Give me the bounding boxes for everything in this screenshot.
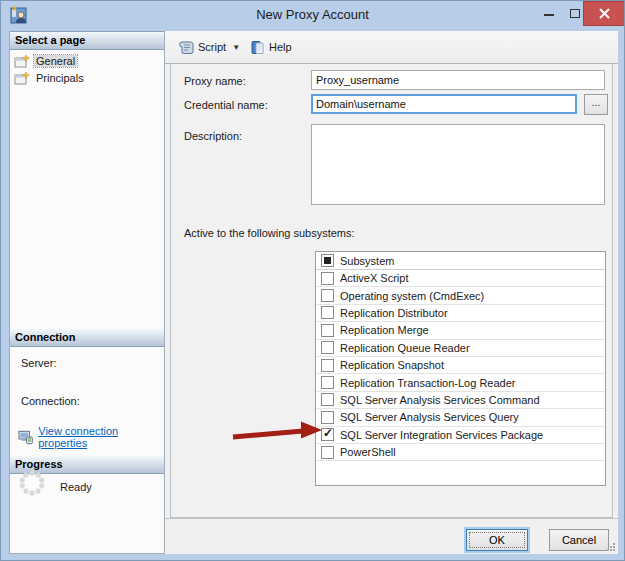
subsystem-label: SQL Server Analysis Services Query <box>340 411 519 423</box>
cancel-button[interactable]: Cancel <box>549 529 609 551</box>
page-icon <box>14 54 30 68</box>
subsystem-rows: ActiveX Script Operating system (CmdExec… <box>316 270 605 461</box>
subsystem-row[interactable]: Replication Distributor <box>316 305 605 322</box>
close-icon <box>599 8 610 19</box>
connection-label: Connection: <box>21 395 80 407</box>
subsystem-checkbox[interactable] <box>321 306 334 319</box>
subsystem-label: Replication Merge <box>340 324 429 336</box>
subsystem-label: Replication Transaction-Log Reader <box>340 377 516 389</box>
credential-name-input[interactable] <box>311 94 577 114</box>
subsystem-label: Replication Snapshot <box>340 359 444 371</box>
view-connection-properties-link[interactable]: View connection properties <box>38 425 164 449</box>
server-label: Server: <box>21 357 56 369</box>
subsystem-row[interactable]: PowerShell <box>316 444 605 461</box>
subsystem-row[interactable]: Replication Merge <box>316 322 605 339</box>
progress-spinner-icon <box>18 469 46 497</box>
script-button[interactable]: Script ▼ <box>173 37 245 58</box>
subsystem-checkbox[interactable] <box>321 376 334 389</box>
sidebar-item-label: General <box>34 55 77 67</box>
credential-browse-button[interactable]: ... <box>584 94 608 115</box>
close-button[interactable] <box>583 1 625 26</box>
subsystem-row[interactable]: SQL Server Analysis Services Query <box>316 409 605 426</box>
proxy-name-label: Proxy name: <box>184 75 246 87</box>
subsystem-label: Replication Queue Reader <box>340 342 470 354</box>
subsystem-table-header: Subsystem <box>316 252 605 270</box>
subsystem-row[interactable]: Replication Queue Reader <box>316 340 605 357</box>
minimize-button[interactable] <box>537 1 561 25</box>
subsystem-checkbox[interactable] <box>321 272 334 285</box>
titlebar[interactable]: New Proxy Account <box>1 1 624 31</box>
sidebar: Select a page General Principals Connect… <box>9 31 165 554</box>
help-button[interactable]: Help <box>245 37 297 58</box>
select-all-checkbox[interactable] <box>321 254 334 267</box>
toolbar: Script ▼ Help <box>165 31 618 64</box>
subsystem-checkbox[interactable] <box>321 359 334 372</box>
subsystem-label: ActiveX Script <box>340 272 408 284</box>
progress-status-row: Ready <box>18 469 92 497</box>
main-area: Script ▼ Help Proxy name: Credential nam… <box>165 31 618 554</box>
help-label: Help <box>269 41 292 53</box>
sidebar-item-general[interactable]: General <box>14 53 77 69</box>
subsystem-row[interactable]: ActiveX Script <box>316 270 605 287</box>
window-title: New Proxy Account <box>1 7 624 22</box>
general-page-panel: Proxy name: Credential name: ... Descrip… <box>170 64 613 518</box>
script-label: Script <box>198 41 226 53</box>
chevron-down-icon[interactable]: ▼ <box>232 43 240 52</box>
description-textarea[interactable] <box>311 124 605 205</box>
subsystem-checkbox[interactable] <box>321 289 334 302</box>
subsystem-row[interactable]: Operating system (CmdExec) <box>316 287 605 304</box>
proxy-name-input[interactable] <box>311 70 605 90</box>
view-connection-properties[interactable]: View connection properties <box>18 425 164 449</box>
help-icon <box>250 40 265 55</box>
subsystem-label: SQL Server Analysis Services Command <box>340 394 540 406</box>
resize-grip[interactable] <box>606 542 616 552</box>
subsystem-column-header: Subsystem <box>340 255 394 267</box>
ok-button[interactable]: OK <box>466 529 528 551</box>
description-label: Description: <box>184 130 242 142</box>
subsystem-row[interactable]: SQL Server Analysis Services Command <box>316 392 605 409</box>
subsystem-label: Operating system (CmdExec) <box>340 290 484 302</box>
subsystem-row[interactable]: SQL Server Integration Services Package <box>316 427 605 444</box>
subsystem-checkbox[interactable] <box>321 324 334 337</box>
page-icon <box>14 71 30 85</box>
progress-status: Ready <box>60 481 92 493</box>
subsystem-row[interactable]: Replication Transaction-Log Reader <box>316 374 605 391</box>
script-icon <box>178 40 194 55</box>
dialog-footer: OK Cancel <box>165 518 618 554</box>
minimize-icon <box>544 14 554 16</box>
subsystem-label: PowerShell <box>340 446 396 458</box>
credential-name-label: Credential name: <box>184 99 268 111</box>
subsystem-table: Subsystem ActiveX Script Operating syste… <box>315 251 606 486</box>
subsystem-label: Replication Distributor <box>340 307 448 319</box>
subsystem-checkbox[interactable] <box>321 446 334 459</box>
subsystems-label: Active to the following subsystems: <box>184 227 355 239</box>
new-proxy-account-dialog: New Proxy Account Select a page General <box>0 0 625 561</box>
subsystem-row[interactable]: Replication Snapshot <box>316 357 605 374</box>
subsystem-checkbox[interactable] <box>321 393 334 406</box>
subsystem-checkbox[interactable] <box>321 411 334 424</box>
maximize-icon <box>570 9 580 18</box>
connection-properties-icon <box>18 430 33 445</box>
select-a-page-header: Select a page <box>10 32 164 50</box>
sidebar-item-label: Principals <box>34 72 86 84</box>
subsystem-label: SQL Server Integration Services Package <box>340 429 543 441</box>
sidebar-item-principals[interactable]: Principals <box>14 70 86 86</box>
subsystem-checkbox[interactable] <box>321 341 334 354</box>
connection-header: Connection <box>10 329 164 347</box>
subsystem-checkbox[interactable] <box>321 428 334 441</box>
